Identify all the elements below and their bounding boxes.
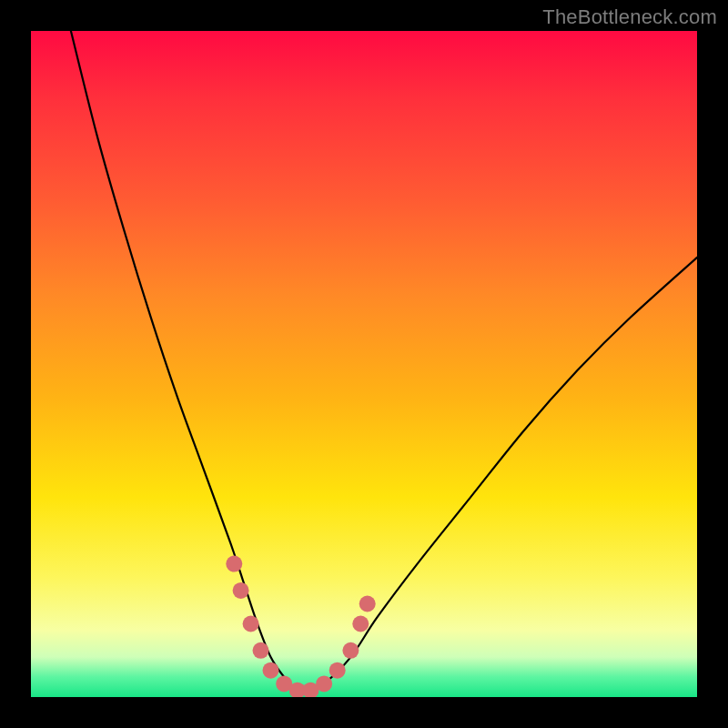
highlight-dot [342, 642, 359, 659]
bottleneck-curve [71, 31, 697, 692]
highlight-dot [359, 596, 376, 612]
highlight-dot [243, 616, 259, 632]
highlight-dot [226, 556, 242, 572]
highlight-dot [329, 662, 346, 679]
highlight-dot [352, 616, 369, 632]
highlight-dot [233, 582, 249, 599]
watermark-text: TheBottleneck.com [542, 5, 717, 29]
highlight-dot [263, 662, 279, 679]
highlight-dot [316, 675, 332, 692]
plot-area [31, 31, 697, 697]
highlight-markers [226, 556, 375, 697]
curve-layer [31, 31, 697, 697]
highlight-dot [253, 642, 269, 659]
chart-frame: TheBottleneck.com [0, 0, 728, 728]
